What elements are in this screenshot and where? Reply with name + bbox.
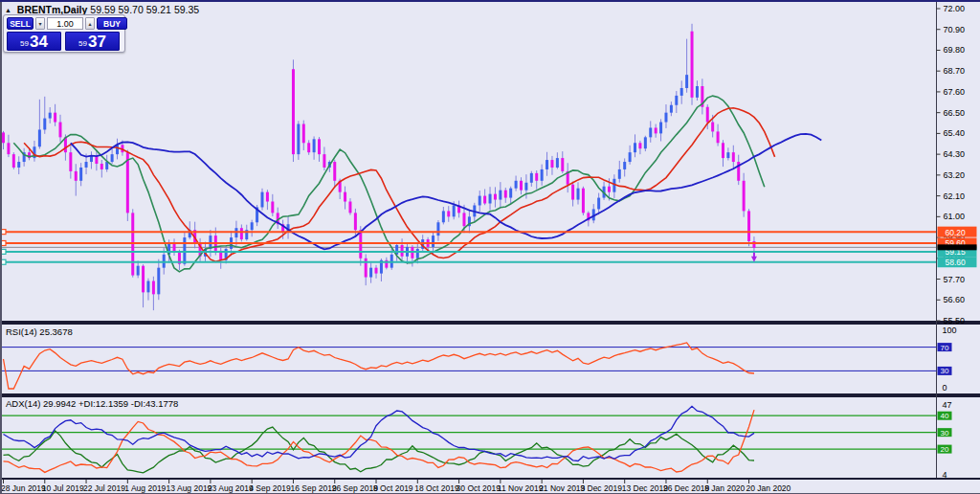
svg-text:62.10: 62.10 [944, 191, 966, 201]
rsi-indicator-label: RSI(14) 25.3678 [6, 326, 73, 337]
svg-text:55.50: 55.50 [944, 316, 966, 326]
svg-text:18 Oct 2019: 18 Oct 2019 [414, 483, 459, 493]
buy-price-big: 37 [88, 34, 106, 50]
price-hline[interactable] [0, 230, 937, 235]
one-click-trading-panel: SELL ▾ 1.00 ▴ BUY 59 34 59 37 [3, 14, 125, 53]
svg-text:10 Jul 2019: 10 Jul 2019 [42, 483, 84, 493]
panel-separator[interactable] [0, 478, 980, 480]
hline-anchor-handle [1, 240, 6, 245]
buy-price-block[interactable]: 59 37 [65, 32, 120, 51]
rsi-line [4, 343, 755, 389]
svg-text:61.00: 61.00 [944, 212, 966, 221]
volume-input[interactable]: 1.00 [47, 17, 83, 30]
adx-panel[interactable]: 403020474 [0, 400, 952, 480]
svg-text:57.70: 57.70 [944, 275, 966, 284]
mt4-chart-window: 72.0070.9069.8068.7067.6066.5065.4064.30… [0, 0, 980, 494]
current-price-tag [938, 244, 977, 250]
svg-text:70: 70 [941, 344, 949, 352]
candles [2, 24, 755, 310]
svg-text:21 Nov 2019: 21 Nov 2019 [539, 483, 585, 493]
panel-separator[interactable] [0, 393, 980, 397]
svg-text:60.20: 60.20 [946, 228, 967, 237]
sell-signal-arrow-icon [751, 253, 757, 262]
price-axis-tags: 60.2059.6059.1558.60 [938, 227, 977, 268]
svg-text:40: 40 [941, 412, 949, 420]
svg-text:63.20: 63.20 [944, 170, 966, 180]
svg-text:68.70: 68.70 [944, 66, 966, 76]
svg-text:22 Jul 2019: 22 Jul 2019 [83, 483, 125, 493]
adx-indicator-label: ADX(14) 29.9942 +DI:12.1359 -DI:43.1778 [6, 398, 178, 409]
svg-text:3 Dec 2019: 3 Dec 2019 [580, 483, 622, 493]
svg-text:8 Jan 2020: 8 Jan 2020 [704, 483, 745, 493]
svg-text:47: 47 [943, 400, 952, 410]
svg-text:30 Oct 2019: 30 Oct 2019 [457, 483, 501, 493]
svg-text:72.00: 72.00 [944, 4, 966, 13]
svg-text:0: 0 [943, 383, 947, 393]
svg-text:64.30: 64.30 [944, 149, 966, 159]
svg-text:28 Jun 2019: 28 Jun 2019 [1, 483, 46, 493]
buy-button[interactable]: BUY [97, 17, 127, 30]
svg-text:16 Sep 2019: 16 Sep 2019 [290, 483, 336, 493]
svg-text:20: 20 [941, 445, 949, 454]
svg-text:65.40: 65.40 [944, 128, 966, 138]
hline-anchor-handle [1, 259, 6, 264]
svg-text:1 Aug 2019: 1 Aug 2019 [124, 483, 166, 493]
panel-separator[interactable] [0, 321, 980, 325]
price-hline[interactable] [0, 249, 937, 254]
buy-price-small: 59 [78, 39, 87, 48]
sell-price-small: 59 [20, 39, 29, 48]
svg-text:8 Oct 2019: 8 Oct 2019 [373, 483, 413, 493]
sell-price-big: 34 [30, 34, 48, 50]
svg-text:66.50: 66.50 [944, 108, 966, 118]
svg-text:56.60: 56.60 [944, 295, 966, 304]
svg-text:67.60: 67.60 [944, 87, 966, 97]
adx-minus-di-line [4, 410, 755, 472]
hline-anchor-handle [1, 230, 6, 235]
hline-anchor-handle [1, 249, 6, 254]
svg-text:23 Aug 2019: 23 Aug 2019 [208, 483, 254, 493]
svg-text:11 Nov 2019: 11 Nov 2019 [498, 483, 544, 493]
price-hline[interactable] [0, 259, 937, 264]
sell-button[interactable]: SELL [7, 17, 33, 30]
sell-price-block[interactable]: 59 34 [7, 32, 61, 51]
chart-canvas[interactable]: 72.0070.9069.8068.7067.6066.5065.4064.30… [0, 2, 980, 494]
volume-decrease-button[interactable]: ▾ [35, 17, 45, 30]
svg-text:13 Aug 2019: 13 Aug 2019 [167, 483, 212, 493]
volume-increase-button[interactable]: ▴ [85, 17, 95, 30]
svg-text:26 Sep 2019: 26 Sep 2019 [332, 483, 378, 493]
rsi-panel[interactable]: 70301000 [0, 326, 957, 393]
collapse-triangle-icon[interactable]: ▲ [5, 7, 11, 13]
svg-text:100: 100 [943, 326, 957, 335]
svg-text:30: 30 [941, 429, 949, 438]
svg-text:4 Sep 2019: 4 Sep 2019 [249, 483, 291, 493]
svg-text:69.80: 69.80 [944, 45, 966, 55]
svg-text:30: 30 [941, 367, 949, 375]
svg-text:26 Dec 2019: 26 Dec 2019 [663, 483, 709, 493]
svg-text:58.60: 58.60 [946, 258, 967, 267]
svg-text:70.90: 70.90 [944, 25, 966, 34]
svg-text:4: 4 [943, 470, 947, 480]
date-axis[interactable]: 28 Jun 201910 Jul 201922 Jul 20191 Aug 2… [1, 480, 791, 493]
svg-text:20 Jan 2020: 20 Jan 2020 [746, 483, 791, 493]
price-hline[interactable] [0, 240, 937, 245]
svg-text:13 Dec 2019: 13 Dec 2019 [622, 483, 668, 493]
